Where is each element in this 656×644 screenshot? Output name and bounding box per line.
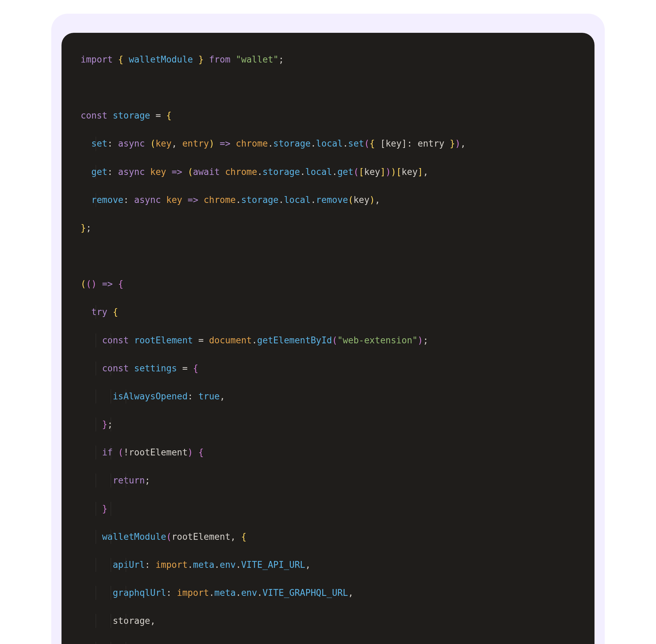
code-line	[81, 81, 575, 95]
code-line: import { walletModule } from "wallet";	[81, 53, 575, 67]
code-line: set: async (key, entry) => chrome.storag…	[81, 137, 575, 151]
code-line: };	[81, 221, 575, 235]
code-line: const settings = {	[81, 361, 575, 375]
code-line: (() => {	[81, 277, 575, 291]
code-line: settings,	[81, 642, 575, 644]
code-line: };	[81, 417, 575, 431]
code-line: graphqlUrl: import.meta.env.VITE_GRAPHQL…	[81, 586, 575, 600]
code-line: storage,	[81, 614, 575, 628]
code-card: import { walletModule } from "wallet"; c…	[51, 14, 605, 644]
code-line: const storage = {	[81, 109, 575, 123]
code-snippet: import { walletModule } from "wallet"; c…	[62, 33, 594, 644]
code-line: }	[81, 502, 575, 516]
code-line: try {	[81, 305, 575, 319]
code-line: if (!rootElement) {	[81, 446, 575, 460]
code-line: apiUrl: import.meta.env.VITE_API_URL,	[81, 558, 575, 572]
code-line: const rootElement = document.getElementB…	[81, 333, 575, 347]
code-line: remove: async key => chrome.storage.loca…	[81, 193, 575, 207]
code-line: isAlwaysOpened: true,	[81, 389, 575, 403]
page: import { walletModule } from "wallet"; c…	[0, 0, 656, 644]
code-line: walletModule(rootElement, {	[81, 530, 575, 544]
code-line	[81, 249, 575, 263]
code-line: get: async key => (await chrome.storage.…	[81, 165, 575, 179]
code-line: return;	[81, 474, 575, 488]
